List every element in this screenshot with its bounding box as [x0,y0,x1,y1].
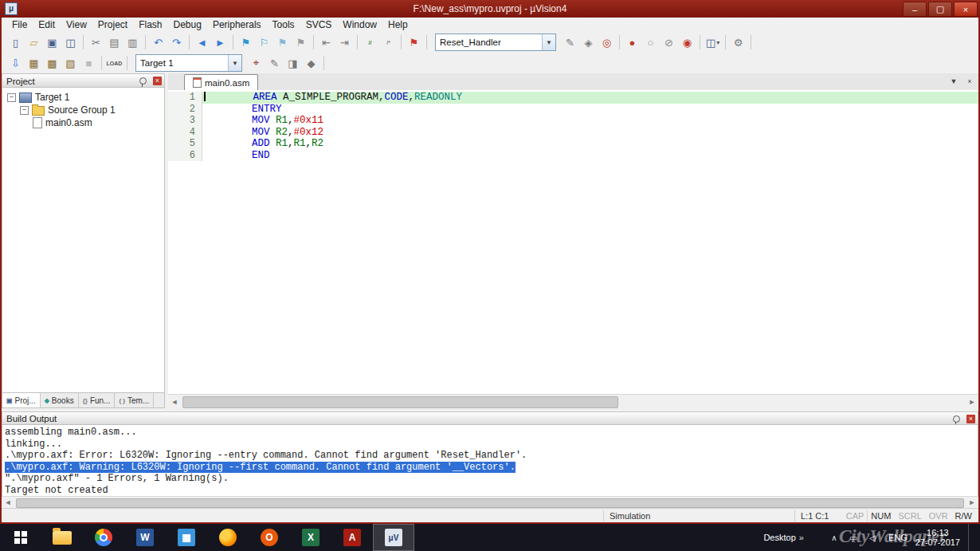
code-line[interactable]: 2 ENTRY [168,104,978,116]
edit-target-icon[interactable]: ✎ [266,55,283,71]
window-layout-icon[interactable]: ◫▾ [704,34,721,50]
menu-peripherals[interactable]: Peripherals [207,18,267,31]
start-button[interactable] [0,524,41,551]
desktop-expand-icon[interactable]: » [799,533,804,542]
menu-file[interactable]: File [6,18,33,31]
disable-breakpoint-icon[interactable]: ○ [642,34,659,50]
tree-expand-icon[interactable]: − [7,93,16,102]
bookmark-prev-icon[interactable]: ⚐ [256,34,272,50]
symbols-icon[interactable]: ◈ [580,34,597,50]
document-tab[interactable]: main0.asm [184,74,258,90]
kill-breakpoints-icon[interactable]: ⊘ [661,34,677,50]
unindent-icon[interactable]: ⇤ [318,34,335,50]
copy-icon[interactable]: ▤ [106,34,123,50]
new-file-icon[interactable]: ▯ [7,34,24,50]
code-editor[interactable]: 1 AREA A_SIMPLE_PROGRAM,CODE,READONLY2 E… [168,90,978,395]
document-list-icon[interactable]: ▼ [948,76,959,87]
editor-hscrollbar[interactable]: ◄ ► [168,394,978,408]
volume-icon[interactable]: ◁ [865,533,880,542]
code-line[interactable]: 3 MOV R1,#0x11 [168,115,978,127]
tree-item-source-group-1[interactable]: −Source Group 1 [2,104,164,116]
bookmark-clear-icon[interactable]: ⚑ [292,34,309,50]
document-close-icon[interactable]: × [964,76,975,87]
build-output-close-icon[interactable]: × [966,415,975,423]
bookmark-next-icon[interactable]: ⚑ [274,34,291,50]
scroll-left-icon[interactable]: ◄ [168,396,181,407]
build-output-line[interactable]: assembling main0.asm... [5,427,978,439]
uncomment-icon[interactable]: /* [380,34,397,50]
tree-item-main0-asm[interactable]: main0.asm [2,116,164,129]
file-explorer-icon[interactable] [41,524,83,551]
project-close-icon[interactable]: × [153,77,162,85]
scroll-thumb[interactable] [16,498,964,508]
browse-info-icon[interactable]: ✎ [562,34,578,50]
insert-breakpoint-icon[interactable]: ● [624,34,641,50]
build-output-text[interactable]: assembling main0.asm...linking....\mypro… [2,424,978,497]
paste-icon[interactable]: ▥ [124,34,141,50]
panel-tab-books[interactable]: ◆Books [41,393,79,407]
comment-icon[interactable]: // [362,34,378,50]
menu-window[interactable]: Window [337,18,382,31]
build-output-hscrollbar[interactable]: ◄ ► [2,496,978,508]
build-icon[interactable]: ▦ [25,55,42,71]
code-line[interactable]: 1 AREA A_SIMPLE_PROGRAM,CODE,READONLY [168,92,978,104]
menu-tools[interactable]: Tools [267,18,300,31]
panel-tab-tem[interactable]: ( )Tem... [115,393,154,407]
indent-icon[interactable]: ⇥ [336,34,353,50]
menu-svcs[interactable]: SVCS [300,18,338,31]
batch-build-icon[interactable]: ▧ [62,55,79,71]
language-indicator[interactable]: ENG [888,533,907,542]
battery-icon[interactable]: ▭ [846,533,860,542]
scroll-thumb[interactable] [182,396,618,408]
build-output-line[interactable]: Target not created [5,485,978,497]
chevron-down-icon[interactable]: ▼ [228,55,241,71]
reset-handler-combo[interactable]: Reset_Handler▼ [435,33,556,51]
rebuild-icon[interactable]: ▩ [44,55,61,71]
target-select-combo[interactable]: Target 1▼ [135,54,242,72]
code-line[interactable]: 6 END [168,150,978,162]
build-output-line[interactable]: ".\mypro.axf" - 1 Errors, 1 Warning(s). [5,473,978,485]
run-to-line-icon[interactable]: ⚑ [406,34,422,50]
stop-build-icon[interactable]: ■ [80,55,97,71]
app-icon-blue[interactable]: ▦ [166,524,207,551]
flash-download-icon[interactable]: LOAD [106,55,123,71]
tree-expand-icon[interactable]: − [20,106,29,115]
office-icon[interactable]: O [249,524,290,551]
taskbar-clock[interactable]: 16:13 27-07-2017 [915,528,960,547]
scroll-left-icon[interactable]: ◄ [2,498,14,507]
nav-back-icon[interactable]: ◄ [194,34,210,50]
word-icon[interactable]: W [124,524,166,551]
redo-icon[interactable]: ↷ [168,34,185,50]
menu-view[interactable]: View [61,18,92,31]
firefox-icon[interactable] [207,524,249,551]
target-options-icon[interactable]: ⌖ [248,55,265,71]
build-output-line[interactable]: .\mypro.axf: Error: L6320W: Ignoring --e… [5,450,978,462]
minimize-button[interactable]: – [903,2,927,17]
menu-project[interactable]: Project [92,18,133,31]
enable-breakpoints-icon[interactable]: ◉ [679,34,696,50]
panel-tab-fun[interactable]: {}Fun... [79,393,116,407]
bookmark-toggle-icon[interactable]: ⚑ [237,34,254,50]
excel-icon[interactable]: X [290,524,331,551]
menu-flash[interactable]: Flash [133,18,167,31]
build-output-line[interactable]: .\mypro.axf: Warning: L6320W: Ignoring -… [5,462,978,474]
save-icon[interactable]: ▣ [44,34,61,50]
acrobat-icon[interactable]: A [331,524,373,551]
code-line[interactable]: 5 ADD R1,R1,R2 [168,138,978,150]
action-center-button[interactable] [968,524,980,551]
pin-icon[interactable] [953,415,960,423]
uvision-icon[interactable]: μV [373,524,414,551]
scroll-right-icon[interactable]: ► [966,498,978,507]
project-items-icon[interactable]: ◆ [303,55,319,71]
build-output-line[interactable]: linking... [5,439,978,451]
find-in-files-icon[interactable]: ◎ [598,34,615,50]
tree-item-target-1[interactable]: −Target 1 [2,91,164,104]
menu-edit[interactable]: Edit [33,18,61,31]
desktop-toolbar-label[interactable]: Desktop [763,533,795,542]
save-all-icon[interactable]: ◫ [62,34,79,50]
hidden-icons-chevron[interactable]: ∧ [827,533,841,542]
panel-tab-proj[interactable]: ▣Proj... [2,393,41,407]
chrome-icon[interactable] [83,524,124,551]
code-line[interactable]: 4 MOV R2,#0x12 [168,127,978,139]
scroll-right-icon[interactable]: ► [966,396,978,407]
